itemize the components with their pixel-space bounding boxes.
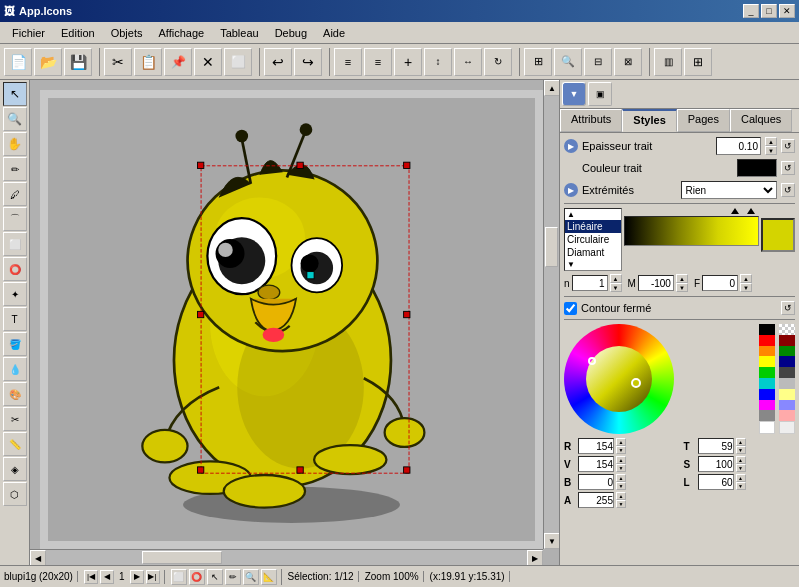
grad-marker-black[interactable] [731, 208, 739, 214]
pen-tool[interactable]: 🖊 [3, 182, 27, 206]
status-icon-4[interactable]: ✏ [225, 569, 241, 585]
menu-objets[interactable]: Objets [103, 25, 151, 41]
add-button[interactable]: + [394, 48, 422, 76]
cut-button[interactable]: ✂ [104, 48, 132, 76]
swatch-red[interactable] [759, 335, 775, 346]
circle-tool[interactable]: ⭕ [3, 257, 27, 281]
text-tool[interactable]: T [3, 307, 27, 331]
view3-button[interactable]: ⊟ [584, 48, 612, 76]
view4-button[interactable]: ⊠ [614, 48, 642, 76]
view1-button[interactable]: ⊞ [524, 48, 552, 76]
swatch-yellow[interactable] [759, 356, 775, 367]
tab-calques[interactable]: Calques [730, 109, 792, 132]
v-down[interactable]: ▼ [616, 464, 626, 472]
swatch-orange[interactable] [759, 346, 775, 357]
page-last[interactable]: ▶| [146, 570, 160, 584]
swatch-blue[interactable] [759, 389, 775, 400]
b-input[interactable] [578, 474, 614, 490]
gradient-tool[interactable]: 🎨 [3, 382, 27, 406]
gradient-lineaire[interactable]: Linéaire [565, 220, 621, 233]
eyedrop-tool[interactable]: 💧 [3, 357, 27, 381]
swatch-light-yellow[interactable] [779, 389, 795, 400]
t-up[interactable]: ▲ [736, 438, 746, 446]
menu-fichier[interactable]: Fichier [4, 25, 53, 41]
gradient-color-preview[interactable] [761, 218, 795, 252]
a-down[interactable]: ▼ [616, 500, 626, 508]
swatch-green[interactable] [759, 367, 775, 378]
scroll-thumb-v[interactable] [545, 227, 558, 267]
n-input[interactable] [572, 275, 608, 291]
status-icon-3[interactable]: ↖ [207, 569, 223, 585]
l-input[interactable] [698, 474, 734, 490]
extremites-select[interactable]: Rien [681, 181, 778, 199]
new-button[interactable]: 📄 [4, 48, 32, 76]
a-up[interactable]: ▲ [616, 492, 626, 500]
swatch-dark-gray[interactable] [779, 367, 795, 378]
epaisseur-input[interactable] [716, 137, 761, 155]
m-up[interactable]: ▲ [676, 274, 688, 283]
s-input[interactable] [698, 456, 734, 472]
close-button[interactable]: ✕ [779, 4, 795, 18]
couleur-trait-reset[interactable]: ↺ [781, 161, 795, 175]
select-tool[interactable]: ↖ [3, 82, 27, 106]
scissor-tool[interactable]: ✂ [3, 407, 27, 431]
epaisseur-reset[interactable]: ↺ [781, 139, 795, 153]
b-down[interactable]: ▼ [616, 482, 626, 490]
properties-button[interactable]: ⊞ [684, 48, 712, 76]
minimize-button[interactable]: _ [743, 4, 759, 18]
page-first[interactable]: |◀ [84, 570, 98, 584]
extremites-reset[interactable]: ↺ [781, 183, 795, 197]
scroll-left-button[interactable]: ◀ [30, 550, 46, 565]
node-tool[interactable]: ◈ [3, 457, 27, 481]
f-up[interactable]: ▲ [740, 274, 752, 283]
align-right-button[interactable]: ≡ [364, 48, 392, 76]
copy-button[interactable]: 📋 [134, 48, 162, 76]
f-input[interactable] [702, 275, 738, 291]
epaisseur-down[interactable]: ▼ [765, 146, 777, 155]
swatch-gray[interactable] [759, 410, 775, 421]
canvas-background[interactable] [48, 98, 535, 541]
m-down[interactable]: ▼ [676, 283, 688, 292]
view2-button[interactable]: 🔍 [554, 48, 582, 76]
status-icon-1[interactable]: ⬜ [171, 569, 187, 585]
swatch-black[interactable] [759, 324, 775, 335]
contour-reset[interactable]: ↺ [781, 301, 795, 315]
r-up[interactable]: ▲ [616, 438, 626, 446]
m-input[interactable] [638, 275, 674, 291]
delete-button[interactable]: ✕ [194, 48, 222, 76]
fill-panel-icon[interactable]: ▼ [562, 82, 586, 106]
t-input[interactable] [698, 438, 734, 454]
swatch-white[interactable] [759, 421, 775, 434]
scroll-thumb-h[interactable] [142, 551, 222, 564]
scroll-down-button[interactable]: ▼ [544, 533, 559, 549]
gradient-circulaire[interactable]: Circulaire [565, 233, 621, 246]
vertical-scrollbar[interactable]: ▲ ▼ [543, 80, 559, 549]
swatch-white2[interactable] [779, 421, 795, 434]
menu-debug[interactable]: Debug [267, 25, 315, 41]
canvas-area[interactable]: ▲ ▼ ◀ ▶ [30, 80, 559, 565]
grad-marker-white[interactable] [747, 208, 755, 214]
s-up[interactable]: ▲ [736, 456, 746, 464]
status-icon-6[interactable]: 📐 [261, 569, 277, 585]
gradient-diamant[interactable]: Diamant [565, 246, 621, 259]
scroll-track-v[interactable] [544, 96, 559, 533]
export-button[interactable]: ▥ [654, 48, 682, 76]
maximize-button[interactable]: □ [761, 4, 777, 18]
undo-button[interactable]: ↩ [264, 48, 292, 76]
stroke-panel-icon[interactable]: ▣ [588, 82, 612, 106]
swatch-checker[interactable] [779, 324, 795, 335]
fill-tool[interactable]: 🪣 [3, 332, 27, 356]
l-down[interactable]: ▼ [736, 482, 746, 490]
b-up[interactable]: ▲ [616, 474, 626, 482]
swatch-light-gray[interactable] [779, 378, 795, 389]
star-tool[interactable]: ✦ [3, 282, 27, 306]
redo-button[interactable]: ↪ [294, 48, 322, 76]
gradient-bar[interactable] [624, 216, 759, 246]
r-down[interactable]: ▼ [616, 446, 626, 454]
t-down[interactable]: ▼ [736, 446, 746, 454]
epaisseur-up[interactable]: ▲ [765, 137, 777, 146]
swatch-dark-green[interactable] [779, 346, 795, 357]
color-wheel-outer[interactable] [564, 324, 674, 434]
l-up[interactable]: ▲ [736, 474, 746, 482]
swatch-pink[interactable] [779, 410, 795, 421]
